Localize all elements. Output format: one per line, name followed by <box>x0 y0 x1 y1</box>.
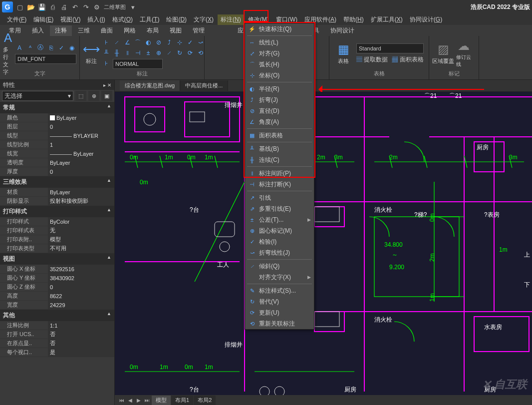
menu-item-面积表格[interactable]: ▦面积表格 <box>245 130 314 141</box>
doc-tab-1[interactable]: 综合楼方案总图.dwg <box>120 80 180 91</box>
prop-row[interactable]: 圆心 X 坐标35292516 <box>0 265 114 274</box>
menu-item-标注样式(S)...[interactable]: ✎标注样式(S)... <box>245 285 314 296</box>
prop-group-打印样式[interactable]: 打印样式▲ <box>0 206 114 217</box>
menu-item-折弯(J)[interactable]: ⤴折弯(J) <box>245 94 314 105</box>
prop-row[interactable]: 打印样式ByColor <box>0 217 114 226</box>
menu-工具[interactable]: 工具(T) <box>137 14 162 25</box>
ribbon-tab-2[interactable]: 注释 <box>50 25 72 36</box>
menu-item-直径(D)[interactable]: ⊘直径(D) <box>245 105 314 116</box>
menu-item-连续(C)[interactable]: ╫连续(C) <box>245 154 314 165</box>
menu-item-对齐文字(X)[interactable]: 对齐文字(X)▶ <box>245 272 314 283</box>
prop-group-三维效果[interactable]: 三维效果▲ <box>0 176 114 188</box>
table-style-combo[interactable]: Standard <box>356 43 424 53</box>
ribbon-tab-7[interactable]: 视图 <box>165 25 187 36</box>
prop-row[interactable]: 打开 UCS..否 <box>0 330 114 339</box>
prop-row[interactable]: 高度8622 <box>0 292 114 301</box>
ribbon-tab-1[interactable]: 插入 <box>27 25 49 36</box>
menu-文字[interactable]: 文字(X) <box>191 14 217 25</box>
doc-tab-2[interactable]: 中高层商住楼... <box>180 80 228 91</box>
menu-item-对齐(G)[interactable]: ⤢对齐(G) <box>245 48 314 59</box>
drawing-canvas[interactable]: 0m1m0m1m 2m3m2m3m 0m 0m1m0m1m 34.800 ～ 9… <box>115 92 532 395</box>
menu-item-折弯线性(J)[interactable]: ⤻折弯线性(J) <box>245 247 314 258</box>
pickadd-icon[interactable]: ⊕ <box>88 91 99 101</box>
menu-item-弧长(H)[interactable]: ⌒弧长(H) <box>245 59 314 70</box>
menu-item-更新(U)[interactable]: ⟳更新(U) <box>245 307 314 318</box>
layout-model-tab[interactable]: 模型 <box>152 396 171 405</box>
menu-插入[interactable]: 插入(I) <box>84 14 108 25</box>
ribbon-tab-14[interactable]: 协同设计 <box>325 25 359 36</box>
ribbon-tab-4[interactable]: 曲面 <box>96 25 118 36</box>
menu-item-重新关联标注[interactable]: ⟲重新关联标注 <box>245 318 314 329</box>
menu-item-检验(I)[interactable]: ✓检验(I) <box>245 236 314 247</box>
menu-item-标注间距(P)[interactable]: ⫴标注间距(P) <box>245 168 314 179</box>
areatbl-button[interactable]: ▦ 面积表格 <box>392 55 423 64</box>
menu-扩展工具[interactable]: 扩展工具(X) <box>368 14 406 25</box>
prop-row[interactable]: 线宽———— ByLayer <box>0 149 114 158</box>
menu-item-半径(R)[interactable]: ◐半径(R) <box>245 83 314 94</box>
mtext-button[interactable]: A 多行文字 <box>3 38 13 68</box>
menu-协同设计[interactable]: 协同设计(G) <box>407 14 445 25</box>
qat-workspace-icon[interactable]: ⚙ <box>93 3 101 11</box>
qat-undo-icon[interactable]: ↶ <box>71 3 79 11</box>
qat-redo-icon[interactable]: ↷ <box>82 3 90 11</box>
menu-item-倾斜(Q)[interactable]: ⟋倾斜(Q) <box>245 261 314 272</box>
prop-row[interactable]: 注释比例1:1 <box>0 321 114 330</box>
menu-item-替代(V)[interactable]: ↻替代(V) <box>245 296 314 307</box>
prop-row[interactable]: 打印表类型不可用 <box>0 244 114 253</box>
menu-视图[interactable]: 视图(V) <box>57 14 83 25</box>
menu-文件[interactable]: 文件(F) <box>4 14 29 25</box>
prop-row[interactable]: 阴影显示投射和接收阴影 <box>0 197 114 206</box>
qselect-icon[interactable]: ⬚ <box>75 91 86 101</box>
menu-item-坐标(O)[interactable]: ⊹坐标(O) <box>245 70 314 81</box>
qat-new-icon[interactable]: ▢ <box>16 3 24 11</box>
menu-item-公差(T)...[interactable]: ±公差(T)...▶ <box>245 214 314 225</box>
qat-dropdown-icon[interactable]: ▾ <box>129 3 137 11</box>
menu-item-线性(L)[interactable]: ↔线性(L) <box>245 37 314 48</box>
prop-group-常规[interactable]: 常规▲ <box>0 102 114 113</box>
ribbon-tab-6[interactable]: 布局 <box>142 25 164 36</box>
menu-item-圆心标记(M)[interactable]: ⊕圆心标记(M) <box>245 225 314 236</box>
props-close-icon[interactable]: ▸ ✕ <box>103 82 111 88</box>
qat-open-icon[interactable]: 📂 <box>27 3 35 11</box>
qat-print-icon[interactable]: 🖨 <box>60 3 68 11</box>
prop-row[interactable]: 在原点显..否 <box>0 339 114 348</box>
prop-row[interactable]: 打印表附..模型 <box>0 235 114 244</box>
menu-item-标注打断(K)[interactable]: ⊣标注打断(K) <box>245 179 314 190</box>
menu-绘图[interactable]: 绘图(D) <box>163 14 190 25</box>
prop-row[interactable]: 圆心 Y 坐标38430902 <box>0 274 114 283</box>
ribbon-tab-10[interactable] <box>222 29 232 31</box>
ribbon-tab-5[interactable]: 网格 <box>119 25 141 36</box>
menu-item-角度(A)[interactable]: ∠角度(A) <box>245 116 314 127</box>
prop-row[interactable]: 宽度24229 <box>0 301 114 310</box>
layout-next-icon[interactable]: ▶ <box>135 398 143 403</box>
prop-row[interactable]: 每个视口..是 <box>0 348 114 357</box>
dim-style-combo[interactable]: NORMAL <box>113 59 163 69</box>
prop-row[interactable]: 图层0 <box>0 122 114 131</box>
prop-row[interactable]: 透明度ByLayer <box>0 158 114 167</box>
layout-prev-icon[interactable]: ◀ <box>126 398 134 403</box>
layout-1-tab[interactable]: 布局1 <box>171 396 193 405</box>
prop-row[interactable]: 打印样式表无 <box>0 226 114 235</box>
ribbon-tab-8[interactable]: 管理 <box>188 25 210 36</box>
selection-combo[interactable]: 无选择▾ <box>2 91 73 101</box>
menu-item-多重引线(E)[interactable]: ⇗多重引线(E) <box>245 203 314 214</box>
prop-row[interactable]: 厚度0 <box>0 167 114 176</box>
qat-view-label[interactable]: 二维草图 <box>104 3 126 11</box>
menu-编辑[interactable]: 编辑(E) <box>30 14 56 25</box>
dimension-button[interactable]: ⟷ 标注 <box>83 38 100 68</box>
prop-group-视图[interactable]: 视图▲ <box>0 253 114 265</box>
layout-first-icon[interactable]: ⏮ <box>118 398 126 403</box>
prop-group-其他[interactable]: 其他▲ <box>0 310 114 321</box>
menu-标注[interactable]: 标注(N) <box>218 14 244 25</box>
menu-item-快速标注(Q)[interactable]: ⚡快速标注(Q) <box>245 23 314 34</box>
prop-row[interactable]: 线型比例1 <box>0 140 114 149</box>
table-button[interactable]: ▦ 表格 <box>332 38 354 68</box>
select-icon[interactable]: ▣ <box>101 91 112 101</box>
menu-格式[interactable]: 格式(O) <box>109 14 136 25</box>
menu-item-基线(B)[interactable]: ╨基线(B) <box>245 143 314 154</box>
prop-row[interactable]: 线型———— BYLAYER <box>0 131 114 140</box>
layout-2-tab[interactable]: 布局2 <box>194 396 216 405</box>
wipeout-button[interactable]: ▨ 区域覆盖 <box>432 38 454 68</box>
prop-row[interactable]: 颜色ByLayer <box>0 113 114 122</box>
qat-saveas-icon[interactable]: ⎙ <box>49 3 57 11</box>
